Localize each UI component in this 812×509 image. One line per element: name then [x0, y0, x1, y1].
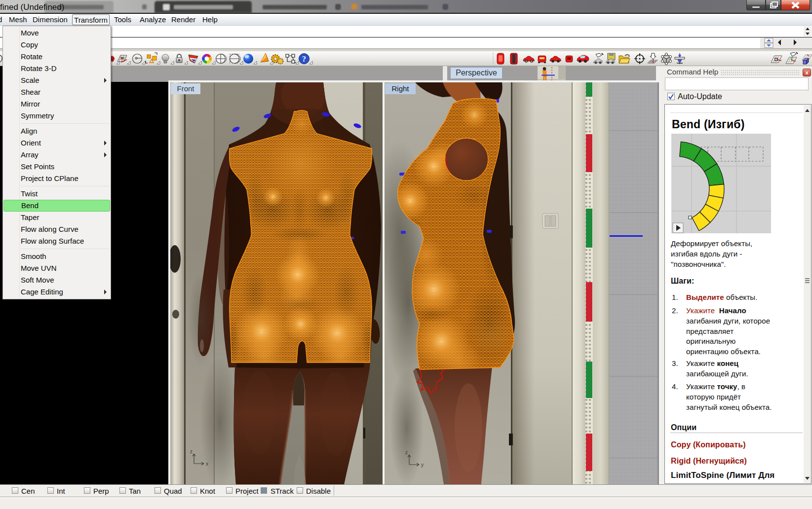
svg-text:z: z: [190, 449, 193, 454]
svg-text:x: x: [206, 461, 208, 467]
svg-text:y: y: [421, 462, 424, 468]
svg-text:z: z: [405, 450, 408, 455]
svg-text:?: ?: [302, 55, 306, 63]
